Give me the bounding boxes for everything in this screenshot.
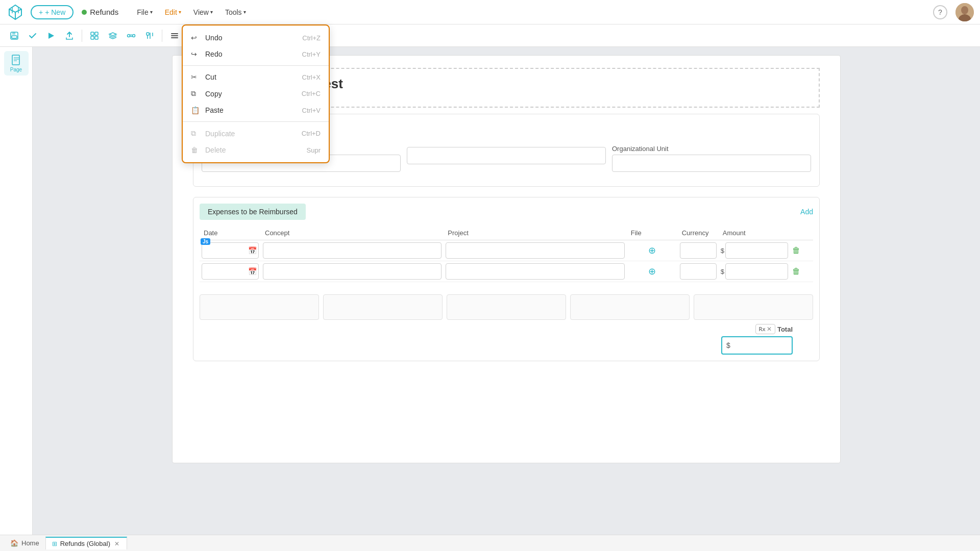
delete-menu-item[interactable]: 🗑 Delete Supr (183, 142, 329, 158)
components-button[interactable] (86, 28, 103, 44)
currency-input[interactable] (680, 242, 717, 259)
redo-label: Redo (205, 50, 222, 58)
col-project: Project (444, 226, 626, 240)
sidebar-item-page[interactable]: Page (4, 51, 29, 76)
layers-button[interactable] (105, 28, 121, 44)
undo-menu-item[interactable]: ↩ Undo Ctrl+Z (183, 30, 329, 46)
expenses-section: Expenses to be Reimbursed Add Date Conce… (193, 197, 820, 361)
amount-input2[interactable] (725, 263, 788, 280)
currency-input2[interactable] (680, 263, 717, 280)
delete-row-button2[interactable]: 🗑 (792, 267, 800, 276)
cut-menu-item[interactable]: ✂ Cut Ctrl+X (183, 69, 329, 85)
bottom-placeholder-row (200, 294, 813, 320)
duplicate-label: Duplicate (205, 130, 235, 138)
action-cell2: 🗑 (790, 261, 813, 282)
currency-symbol: $ (721, 247, 724, 255)
expenses-section-header: Expenses to be Reimbursed (200, 204, 306, 220)
upload-icon2[interactable]: ⊕ (648, 266, 656, 277)
field2-input[interactable] (407, 147, 606, 164)
table-row: 📅 ⊕ (200, 261, 813, 282)
field2 (407, 145, 606, 172)
upload-icon[interactable]: ⊕ (648, 245, 656, 256)
js-badge: Js (201, 238, 210, 245)
svg-rect-5 (12, 36, 17, 38)
copy-menu-item[interactable]: ⧉ Copy Ctrl+C (183, 85, 329, 102)
placeholder-cell-3 (447, 294, 566, 320)
delete-row-button[interactable]: 🗑 (792, 246, 800, 255)
org-unit-input[interactable] (612, 155, 811, 172)
duplicate-menu-item[interactable]: ⧉ Duplicate Ctrl+D (183, 125, 329, 142)
save-button[interactable] (6, 28, 22, 44)
calendar-icon[interactable]: 📅 (248, 246, 257, 255)
svg-rect-4 (12, 32, 15, 35)
date-cell2: 📅 (200, 261, 261, 282)
chevron-down-icon: ▾ (150, 9, 153, 15)
menu-divider-2 (183, 121, 329, 122)
user-avatar[interactable] (955, 3, 974, 21)
svg-rect-7 (91, 32, 94, 35)
paste-shortcut: Ctrl+V (302, 107, 321, 114)
delete-shortcut: Supr (307, 146, 321, 154)
top-navigation: + + New Refunds File ▾ Edit ▾ View ▾ Too… (0, 0, 980, 24)
settings-button[interactable] (141, 28, 158, 44)
svg-rect-16 (171, 37, 178, 38)
formula-close-icon[interactable]: ✕ (767, 325, 772, 333)
menu-divider-1 (183, 65, 329, 66)
amount-input[interactable] (725, 242, 788, 259)
project-input[interactable] (446, 242, 624, 259)
currency-cell2 (678, 261, 719, 282)
project-input2[interactable] (446, 263, 624, 280)
run-button[interactable] (43, 28, 59, 44)
svg-rect-13 (146, 33, 149, 35)
concept-input2[interactable] (263, 263, 442, 280)
help-button[interactable]: ? (933, 5, 947, 19)
copy-label: Copy (205, 90, 222, 98)
svg-rect-9 (91, 36, 94, 39)
concept-cell (261, 240, 444, 261)
calendar-icon2[interactable]: 📅 (248, 267, 257, 276)
canvas-area[interactable]: $ Refunds Request {descriptionHeader} Ap… (33, 47, 980, 535)
app-logo[interactable] (6, 3, 24, 21)
home-tab[interactable]: 🏠 Home (4, 537, 45, 549)
refunds-tab[interactable]: ⊞ Refunds (Global) ✕ (45, 537, 127, 549)
placeholder-cell-2 (323, 294, 443, 320)
concept-input[interactable] (263, 242, 442, 259)
paste-label: Paste (205, 106, 224, 114)
undo-icon: ↩ (191, 34, 200, 42)
placeholder-cell-5 (694, 294, 813, 320)
svg-rect-14 (171, 33, 178, 34)
tab-close-button[interactable]: ✕ (113, 540, 120, 547)
project-cell (444, 240, 626, 261)
paste-icon: 📋 (191, 106, 200, 114)
org-unit-field: Organizational Unit (612, 145, 811, 172)
status-dot (82, 10, 87, 15)
total-input[interactable] (721, 336, 793, 355)
add-row-button[interactable]: Add (800, 208, 813, 216)
amount-cell2: $ (719, 261, 790, 282)
export-button[interactable] (61, 28, 78, 44)
separator2 (162, 30, 162, 42)
duplicate-icon: ⧉ (191, 129, 200, 138)
org-unit-label: Organizational Unit (612, 145, 811, 153)
redo-menu-item[interactable]: ↪ Redo Ctrl+Y (183, 46, 329, 62)
edit-menu-trigger[interactable]: Edit ▾ (159, 5, 187, 19)
project-cell2 (444, 261, 626, 282)
file-menu[interactable]: File ▾ (131, 5, 159, 19)
formula-badge-row: Rx ✕ Total (755, 324, 793, 334)
svg-marker-6 (48, 33, 54, 39)
svg-rect-8 (95, 32, 98, 35)
new-button[interactable]: + + New (31, 5, 74, 19)
copy-shortcut: Ctrl+C (302, 90, 321, 97)
expenses-title-row: Expenses to be Reimbursed Add (200, 204, 813, 220)
connections-button[interactable] (123, 28, 139, 44)
svg-point-12 (133, 34, 135, 37)
svg-point-1 (961, 6, 968, 14)
extra-button[interactable] (166, 28, 183, 44)
paste-menu-item[interactable]: 📋 Paste Ctrl+V (183, 102, 329, 118)
col-amount: Amount (719, 226, 790, 240)
tools-menu[interactable]: Tools ▾ (219, 5, 252, 19)
home-icon: 🏠 (10, 539, 18, 547)
svg-rect-15 (171, 35, 178, 36)
view-menu[interactable]: View ▾ (187, 5, 219, 19)
confirm-button[interactable] (24, 28, 41, 44)
